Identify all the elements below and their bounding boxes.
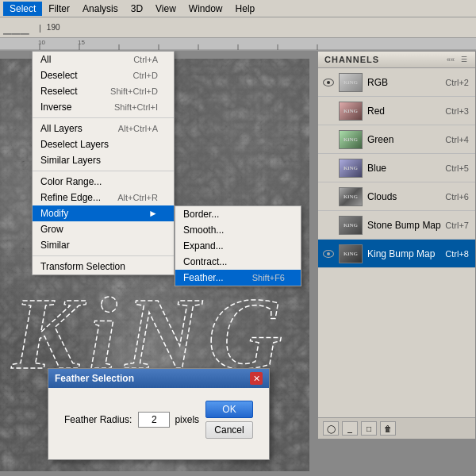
channel-thumb-king: KiNG [339, 244, 363, 263]
channel-row-green[interactable]: KiNG Green Ctrl+4 [318, 125, 475, 154]
eye-icon-rgb[interactable] [321, 75, 336, 90]
menu-item-transform-selection[interactable]: Transform Selection [33, 259, 174, 274]
menu-item-grow[interactable]: Grow [33, 221, 174, 237]
channel-name-blue: Blue [367, 163, 445, 174]
submenu-item-contract[interactable]: Contract... [175, 254, 301, 270]
feather-radius-input[interactable] [138, 412, 170, 428]
eye-icon-king[interactable] [321, 247, 336, 261]
dialog-cancel-button[interactable]: Cancel [205, 421, 253, 439]
dialog-content: Feather Radius: pixels OK Cancel [48, 388, 269, 459]
channel-shortcut-red: Ctrl+3 [445, 106, 469, 116]
menu-item-all[interactable]: All Ctrl+A [33, 52, 174, 67]
channel-shortcut-green: Ctrl+4 [445, 135, 469, 144]
eye-icon-stone[interactable] [321, 218, 336, 232]
dialog-buttons: OK Cancel [205, 401, 253, 439]
canvas-area: KiNG All Ctrl+A Deselect Ctrl+D Reselect… [0, 51, 476, 476]
separator-3 [33, 255, 174, 256]
menubar-item-window[interactable]: Window [182, 2, 229, 16]
menu-item-deselect-layers[interactable]: Deselect Layers [33, 136, 174, 152]
menu-item-modify[interactable]: Modify ► Border... Smooth... Expand... C… [33, 205, 174, 221]
menubar: Select Filter Analysis 3D View Window He… [0, 0, 476, 17]
ruler: 10 15 [0, 38, 476, 51]
dialog-feather-row: Feather Radius: pixels OK Cancel [64, 401, 253, 439]
channel-name-green: Green [367, 134, 445, 145]
eye-icon-red[interactable] [321, 104, 336, 118]
channel-shortcut-king: Ctrl+8 [445, 249, 469, 259]
channel-name-stone: Stone Bump Map [367, 220, 445, 231]
channel-row-king[interactable]: KiNG King Bump Map Ctrl+8 [318, 240, 475, 268]
menu-item-similar-layers[interactable]: Similar Layers [33, 152, 174, 168]
svg-text:10: 10 [38, 39, 45, 46]
channel-row-red[interactable]: KiNG Red Ctrl+3 [318, 97, 475, 125]
dialog-close-button[interactable]: ✕ [250, 372, 263, 385]
panel-menu-btn[interactable]: ☰ [459, 56, 469, 63]
channel-thumb-clouds: KiNG [339, 187, 363, 206]
channel-shortcut-stone: Ctrl+7 [445, 221, 469, 230]
menu-item-refine-edge[interactable]: Refine Edge... Alt+Ctrl+R [33, 190, 174, 205]
channel-thumb-stone: KiNG [339, 216, 363, 235]
feather-radius-label: Feather Radius: [64, 414, 132, 425]
menubar-item-3d[interactable]: 3D [125, 2, 149, 16]
feather-unit-label: pixels [175, 414, 199, 425]
panel-header: CHANNELS «« ☰ [318, 52, 475, 68]
channel-new-btn[interactable]: □ [361, 421, 377, 436]
svg-text:15: 15 [78, 39, 85, 46]
channels-panel-title: CHANNELS [324, 55, 379, 64]
menubar-item-help[interactable]: Help [229, 2, 262, 16]
channel-name-clouds: Clouds [367, 191, 445, 202]
panel-collapse-btn[interactable]: «« [445, 56, 456, 63]
channel-row-stone[interactable]: KiNG Stone Bump Map Ctrl+7 [318, 211, 475, 240]
separator-1 [33, 117, 174, 118]
select-dropdown-menu: All Ctrl+A Deselect Ctrl+D Reselect Shif… [32, 51, 175, 275]
toolbar: ⎯⎯⎯ | 190 [0, 17, 476, 38]
dialog-titlebar: Feather Selection ✕ [48, 369, 269, 388]
submenu-item-feather[interactable]: Feather... Shift+F6 [175, 270, 301, 286]
menu-item-similar[interactable]: Similar [33, 237, 174, 253]
channel-row-rgb[interactable]: KiNG RGB Ctrl+2 [318, 68, 475, 97]
channels-panel: CHANNELS «« ☰ KiNG RGB Ctrl+2 KiNG Red C [317, 51, 476, 440]
channel-name-king: King Bump Map [367, 248, 445, 259]
channel-delete-btn[interactable]: 🗑 [380, 421, 396, 436]
channel-shortcut-rgb: Ctrl+2 [445, 78, 469, 87]
channel-name-rgb: RGB [367, 77, 445, 88]
panel-footer: ◯ ⎯ □ 🗑 [318, 417, 475, 439]
channel-shortcut-blue: Ctrl+5 [445, 163, 469, 173]
menu-item-all-layers[interactable]: All Layers Alt+Ctrl+A [33, 121, 174, 136]
dialog-ok-button[interactable]: OK [205, 401, 253, 418]
menu-item-reselect[interactable]: Reselect Shift+Ctrl+D [33, 83, 174, 99]
channel-name-red: Red [367, 106, 445, 117]
separator-2 [33, 171, 174, 171]
submenu-item-expand[interactable]: Expand... [175, 238, 301, 254]
menu-item-deselect[interactable]: Deselect Ctrl+D [33, 67, 174, 83]
menubar-item-view[interactable]: View [149, 2, 182, 16]
channel-row-blue[interactable]: KiNG Blue Ctrl+5 [318, 154, 475, 182]
eye-icon-blue[interactable] [321, 161, 336, 175]
channel-row-clouds[interactable]: KiNG Clouds Ctrl+6 [318, 182, 475, 211]
menu-item-inverse[interactable]: Inverse Shift+Ctrl+I [33, 99, 174, 115]
channel-thumb-green: KiNG [339, 130, 363, 149]
channel-thumb-blue: KiNG [339, 159, 363, 178]
channel-thumb-red: KiNG [339, 102, 363, 121]
channel-mask-btn[interactable]: ◯ [323, 421, 339, 436]
menubar-item-analysis[interactable]: Analysis [76, 2, 125, 16]
eye-icon-clouds[interactable] [321, 190, 336, 204]
panel-controls: «« ☰ [445, 56, 469, 63]
dialog-title: Feather Selection [55, 373, 134, 384]
eye-icon-green[interactable] [321, 132, 336, 147]
menubar-item-select[interactable]: Select [3, 2, 42, 16]
channel-shortcut-clouds: Ctrl+6 [445, 192, 469, 202]
menu-item-color-range[interactable]: Color Range... [33, 174, 174, 190]
menubar-item-filter[interactable]: Filter [42, 2, 76, 16]
modify-submenu: Border... Smooth... Expand... Contract..… [175, 205, 301, 286]
submenu-item-smooth[interactable]: Smooth... [175, 222, 301, 238]
feather-selection-dialog: Feather Selection ✕ Feather Radius: pixe… [48, 368, 270, 460]
channel-selection-btn[interactable]: ⎯ [342, 421, 358, 436]
channel-thumb-rgb: KiNG [339, 73, 363, 92]
submenu-item-border[interactable]: Border... [175, 206, 301, 222]
